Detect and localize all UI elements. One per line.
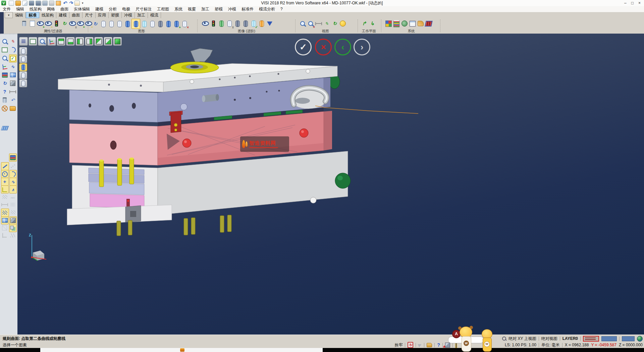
render-smiley-icon[interactable] [339, 19, 347, 28]
settings-tools-icon[interactable] [400, 19, 409, 28]
mold-handle[interactable] [290, 88, 327, 109]
menu-item-wireframe[interactable]: 线架构 [27, 6, 44, 12]
measure-distance-icon[interactable] [9, 88, 16, 95]
traffic-light-icon[interactable] [209, 19, 217, 28]
line-icon[interactable] [1, 162, 9, 170]
solid-cube-icon[interactable] [9, 216, 17, 224]
current-layer-cylinder-icon[interactable] [131, 19, 140, 29]
tab-mold[interactable]: 塑膜 [109, 12, 122, 18]
search-icon[interactable] [502, 337, 506, 341]
view-back-icon[interactable] [85, 37, 94, 46]
mesh-grid-icon[interactable] [1, 124, 8, 132]
filter-funnel-icon[interactable] [266, 19, 274, 28]
zoom-extents-icon[interactable] [29, 37, 37, 46]
publish-icon[interactable] [42, 1, 48, 6]
menu-item-modeling[interactable]: 建模 [93, 6, 106, 12]
profiles-library-icon[interactable] [9, 153, 17, 162]
solid-blocks-icon[interactable] [9, 224, 17, 232]
menu-item-file[interactable]: 文件 [0, 6, 13, 12]
wireframe-cube-icon[interactable] [1, 224, 8, 231]
show-add-icon[interactable] [36, 19, 44, 28]
zoom-view-icon[interactable] [299, 19, 307, 28]
shaded-cube-icon[interactable] [9, 80, 16, 87]
macro-compass-icon[interactable] [74, 1, 80, 6]
clipboard-refresh-icon[interactable] [408, 342, 413, 348]
help-question-icon[interactable] [1, 88, 8, 95]
close-button[interactable]: × [638, 1, 641, 5]
refresh-cylinder-green-icon[interactable] [217, 19, 225, 28]
clip-cylinder-blue-icon[interactable] [164, 19, 172, 29]
tab-standard[interactable]: 标准 [26, 12, 39, 18]
view-right-icon[interactable] [104, 37, 112, 46]
open-folder-icon[interactable] [9, 105, 16, 112]
line-style-swatch[interactable] [583, 336, 599, 342]
regenerate-icon[interactable] [1, 80, 8, 87]
menu-item-die[interactable]: 冲模 [225, 6, 239, 12]
confirm-button[interactable]: ✓ [295, 39, 312, 55]
zoom-close-icon[interactable] [307, 19, 315, 28]
copy-pages-icon[interactable] [22, 1, 28, 6]
polyline-icon[interactable] [9, 185, 17, 193]
workplane-manual-icon[interactable] [368, 19, 376, 28]
modify-curve-icon[interactable] [9, 46, 16, 53]
maximize-button[interactable]: □ [631, 1, 634, 5]
find-preview-icon[interactable] [56, 1, 61, 6]
cylinder-cyan-icon[interactable] [140, 19, 148, 29]
view-top-icon[interactable] [57, 37, 65, 46]
menu-item-window[interactable]: 视窗 [185, 6, 199, 12]
hide-remove-icon[interactable] [44, 19, 52, 28]
layer-cylinder-2-icon[interactable] [107, 19, 115, 29]
save-all-icon[interactable] [36, 1, 41, 6]
mold-locating-ring[interactable] [170, 62, 219, 73]
point-grid-icon[interactable] [9, 201, 16, 208]
cylinder-dark-icon[interactable] [233, 19, 241, 28]
menu-item-machining[interactable]: 加工 [199, 6, 212, 12]
layer-cylinder-3-icon[interactable] [115, 19, 123, 29]
erase-pencil-icon[interactable] [9, 38, 16, 45]
color-swatch-primary[interactable] [601, 336, 617, 341]
refresh-redraw-icon[interactable] [91, 19, 99, 29]
ucs-axes-icon[interactable] [1, 63, 8, 70]
color-palette-icon[interactable] [384, 19, 392, 28]
next-button[interactable]: › [354, 39, 370, 55]
menu-item-surface[interactable]: 曲面 [58, 6, 71, 12]
tab-machining[interactable]: 加工 [135, 12, 148, 18]
toggle-cylinder-icon[interactable] [225, 19, 233, 28]
refresh-visible-icon[interactable] [60, 19, 68, 28]
workplane-auto-icon[interactable] [360, 19, 368, 28]
layer-cylinder-3-icon[interactable] [19, 63, 27, 71]
tab-modeling[interactable]: 建模 [56, 12, 69, 18]
menu-item-edit[interactable]: 编辑 [13, 6, 27, 12]
options-panel-icon[interactable] [409, 19, 417, 28]
export-cylinder-icon[interactable] [172, 19, 180, 29]
menu-item-electrode[interactable]: 电极 [119, 6, 133, 12]
modify-attributes-icon[interactable] [20, 19, 28, 28]
cylinder-white-icon[interactable] [148, 19, 156, 29]
color-swatch-secondary[interactable] [622, 336, 635, 341]
view-window-icon[interactable] [1, 216, 9, 224]
tab-application[interactable]: 应用 [96, 12, 109, 18]
layer-cylinder-1-icon[interactable] [19, 47, 27, 55]
model-3d-view[interactable] [17, 34, 644, 335]
menu-item-drawing[interactable]: 工程图 [154, 6, 172, 12]
grid-mesh-icon[interactable] [425, 19, 433, 28]
menu-item-help[interactable]: ? [278, 6, 285, 12]
layer-cylinder-5-icon[interactable] [19, 79, 27, 87]
layer-cylinder-2-icon[interactable] [19, 55, 27, 63]
dimension-view-icon[interactable] [315, 19, 323, 28]
tab-moldflow[interactable]: 模流 [148, 12, 161, 18]
model-viewport[interactable]: ✓ × ‹ › 智造资料网 Z [17, 34, 644, 335]
save-file-icon[interactable] [29, 1, 34, 6]
spline-icon[interactable] [9, 178, 17, 186]
view-menu-icon[interactable] [19, 37, 28, 46]
previous-button[interactable]: ‹ [334, 39, 351, 55]
color-table-icon[interactable] [392, 19, 400, 28]
minimize-button[interactable]: – [624, 1, 627, 5]
profile-icon[interactable] [1, 185, 9, 193]
attributes-books-icon[interactable] [1, 71, 8, 79]
layer-cylinder-4-icon[interactable] [19, 71, 27, 79]
taskbar-app-icon[interactable] [180, 348, 184, 352]
csys-axis-icon[interactable] [47, 37, 56, 46]
multi-line-icon[interactable] [9, 232, 16, 239]
circle-icon[interactable] [1, 170, 9, 178]
